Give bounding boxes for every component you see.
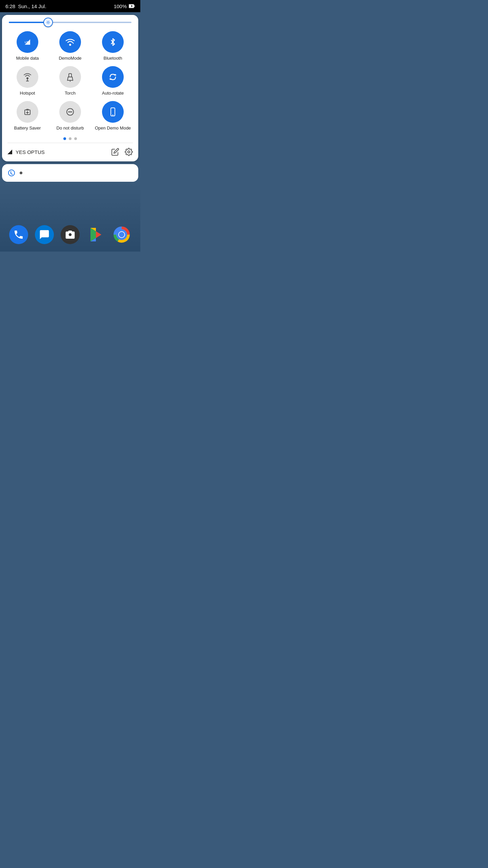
demo-mode-label: DemoMode xyxy=(59,56,81,61)
svg-text:LTE: LTE xyxy=(25,41,30,44)
auto-rotate-icon-bg xyxy=(102,66,124,88)
carrier-row: YES OPTUS xyxy=(7,143,133,156)
svg-point-33 xyxy=(128,151,130,153)
battery-saver-label: Battery Saver xyxy=(14,125,41,131)
settings-icon[interactable] xyxy=(125,148,133,156)
hotspot-label: Hotspot xyxy=(20,91,35,96)
svg-line-11 xyxy=(46,24,47,24)
status-time: 6:28 xyxy=(5,3,15,9)
pagination-dots xyxy=(7,137,133,140)
demo-mode-icon-bg xyxy=(59,31,81,53)
carrier-left: YES OPTUS xyxy=(7,149,45,155)
notification-dot xyxy=(20,172,22,174)
status-date: Sun., 14 Jul. xyxy=(18,3,46,9)
tile-dnd[interactable]: Do not disturb xyxy=(50,101,90,131)
dot-2 xyxy=(69,137,72,140)
brightness-thumb xyxy=(43,18,53,27)
battery-percentage: 100% xyxy=(114,3,127,9)
tile-auto-rotate[interactable]: Auto-rotate xyxy=(93,66,133,96)
svg-point-4 xyxy=(47,21,49,23)
brightness-row[interactable] xyxy=(7,22,133,23)
tile-torch[interactable]: Torch xyxy=(50,66,90,96)
wallpaper-area xyxy=(0,184,140,252)
svg-rect-2 xyxy=(134,5,135,7)
svg-line-9 xyxy=(46,21,47,21)
dock-play[interactable] xyxy=(86,225,105,244)
bluetooth-label: Bluetooth xyxy=(104,56,122,61)
svg-line-12 xyxy=(49,21,50,21)
tile-bluetooth[interactable]: Bluetooth xyxy=(93,31,133,61)
tile-battery-saver[interactable]: Battery Saver xyxy=(7,101,47,131)
torch-icon-bg xyxy=(59,66,81,88)
brightness-fill xyxy=(9,22,48,23)
tile-hotspot[interactable]: Hotspot xyxy=(7,66,47,96)
status-right: 100% xyxy=(114,3,135,9)
carrier-name: YES OPTUS xyxy=(16,149,45,155)
auto-rotate-label: Auto-rotate xyxy=(102,91,124,96)
svg-point-15 xyxy=(69,44,71,46)
svg-point-41 xyxy=(119,232,124,237)
mobile-data-label: Mobile data xyxy=(16,56,39,61)
edit-icon[interactable] xyxy=(111,148,119,156)
mobile-data-icon-bg: LTE xyxy=(17,31,38,53)
tile-open-demo-mode[interactable]: Open Demo Mode xyxy=(93,101,133,131)
carrier-actions xyxy=(111,148,133,156)
svg-line-10 xyxy=(49,24,50,24)
brightness-slider[interactable] xyxy=(9,22,131,23)
svg-marker-16 xyxy=(73,43,74,44)
tiles-grid: LTE Mobile data DemoMode xyxy=(7,31,133,131)
dock xyxy=(9,222,131,248)
notification-card[interactable] xyxy=(2,164,138,182)
pocket-casts-icon xyxy=(7,169,16,177)
torch-label: Torch xyxy=(65,91,76,96)
dnd-icon-bg xyxy=(59,101,81,123)
dock-chrome[interactable] xyxy=(112,225,131,244)
battery-icon xyxy=(129,4,135,8)
svg-point-31 xyxy=(113,115,114,116)
tile-demo-mode[interactable]: DemoMode xyxy=(50,31,90,61)
status-bar: 6:28 Sun., 14 Jul. 100% xyxy=(0,0,140,12)
open-demo-mode-icon-bg xyxy=(102,101,124,123)
svg-marker-32 xyxy=(7,150,12,154)
open-demo-mode-label: Open Demo Mode xyxy=(95,125,131,131)
svg-rect-20 xyxy=(69,74,72,77)
dock-phone[interactable] xyxy=(9,225,28,244)
dock-camera[interactable] xyxy=(61,225,80,244)
dnd-label: Do not disturb xyxy=(57,125,84,131)
hotspot-icon-bg xyxy=(17,66,38,88)
tile-mobile-data[interactable]: LTE Mobile data xyxy=(7,31,47,61)
svg-marker-36 xyxy=(96,231,101,238)
dot-1 xyxy=(63,137,66,140)
bluetooth-icon-bg xyxy=(102,31,124,53)
battery-saver-icon-bg xyxy=(17,101,38,123)
signal-icon xyxy=(7,150,12,154)
svg-point-17 xyxy=(26,77,28,79)
quick-settings-panel: LTE Mobile data DemoMode xyxy=(2,15,138,161)
dock-messages[interactable] xyxy=(35,225,54,244)
dot-3 xyxy=(74,137,77,140)
